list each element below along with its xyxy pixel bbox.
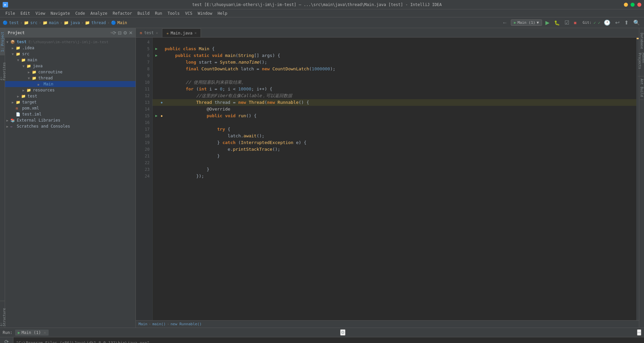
- tree-label-java: java: [33, 64, 43, 68]
- menu-navigate[interactable]: Navigate: [48, 10, 73, 16]
- tree-label-main: main: [28, 58, 37, 62]
- tree-item-thread[interactable]: ▼ 📁 thread: [5, 75, 136, 81]
- breadcrumb-main[interactable]: main: [49, 20, 59, 25]
- run-tab[interactable]: ▶ Main (1) ✕: [15, 330, 49, 336]
- editor-area: m test ✕ ☕ Main.java ✕ 4 5 6 7 8 9 10 11…: [136, 28, 639, 328]
- folder-icon-main: 📁: [43, 20, 48, 25]
- git-history-button[interactable]: 🕐: [602, 19, 612, 26]
- code-line-16: [153, 119, 636, 126]
- menu-edit[interactable]: Edit: [18, 10, 33, 16]
- collapse-button[interactable]: ⊟: [118, 30, 122, 36]
- breadcrumb-main-icon: 🔵: [111, 20, 116, 25]
- right-tab-maven[interactable]: Maven Projects: [638, 53, 644, 76]
- sidebar-tab-favorites[interactable]: 2: Favorites: [0, 55, 5, 82]
- tree-item-main-java[interactable]: ▶ ☕ Main: [5, 81, 136, 87]
- ext-libs-icon: 📚: [10, 118, 16, 123]
- toolbar-actions: ← ▶ Main (1) ▼ ▶ 🐛 ☑ ■ Git: ✓ ✓ 🕐 ↩ ⬆ 🔍: [501, 19, 641, 26]
- run-button[interactable]: ▶: [544, 19, 551, 26]
- breadcrumb: 🔵 test › 📁 src › 📁 main › 📁 java › 📁 thr…: [3, 20, 499, 25]
- menu-help[interactable]: Help: [215, 10, 230, 16]
- menu-build[interactable]: Build: [135, 10, 152, 16]
- sidebar-tab-project[interactable]: 1: Project: [0, 28, 5, 55]
- code-line-19: } catch (InterruptedException e) {: [153, 139, 636, 146]
- editor-bc-runnable[interactable]: new Runnable(): [171, 322, 202, 326]
- breadcrumb-test[interactable]: test: [9, 20, 19, 25]
- sync-button[interactable]: ⟳: [112, 30, 116, 36]
- editor-bc-main[interactable]: Main: [139, 322, 148, 326]
- tree-item-ext-libs[interactable]: ▶ 📚 External Libraries: [5, 117, 136, 123]
- run-config-label: Main (1): [518, 20, 535, 25]
- maximize-button[interactable]: [631, 3, 635, 7]
- right-tab-ant[interactable]: Ant Build: [640, 76, 644, 100]
- menu-vcs[interactable]: VCS: [182, 10, 195, 16]
- tree-item-pom[interactable]: ▶ m pom.xml: [5, 105, 136, 111]
- folder-icon-java: 📁: [64, 20, 69, 25]
- run-marker-5[interactable]: ▶: [155, 46, 161, 52]
- tree-label-thread: thread: [38, 76, 53, 80]
- xml-file-icon: m: [16, 106, 21, 111]
- breadcrumb-src[interactable]: src: [30, 20, 38, 25]
- menu-file[interactable]: File: [3, 10, 18, 16]
- folder-target-icon: 📁: [16, 100, 21, 105]
- test-tab-close[interactable]: ✕: [156, 31, 158, 35]
- minimize-button[interactable]: [624, 3, 628, 7]
- menu-refactor[interactable]: Refactor: [110, 10, 135, 16]
- right-tab-database[interactable]: Database: [640, 29, 644, 53]
- folder-idea-icon: 📁: [16, 46, 21, 50]
- editor-bc-main-method[interactable]: main(): [152, 322, 166, 326]
- run-output[interactable]: "C:\Program Files (x86)\Java\jdk1.8.0_13…: [13, 337, 644, 343]
- tree-label-pom: pom.xml: [22, 106, 39, 111]
- menu-tools[interactable]: Tools: [165, 10, 182, 16]
- code-line-9: [153, 72, 636, 79]
- run-marker-15[interactable]: ▶: [155, 113, 161, 119]
- tree-item-idea[interactable]: ▶ 📁 .idea: [5, 45, 136, 51]
- breadcrumb-thread[interactable]: thread: [91, 20, 106, 25]
- code-line-8: final CountDownLatch latch = new CountDo…: [153, 66, 636, 72]
- tree-item-conroutine[interactable]: ▶ 📁 conroutine: [5, 69, 136, 75]
- run-tab-close[interactable]: ✕: [44, 330, 46, 335]
- settings-button[interactable]: ⚙: [123, 30, 127, 36]
- run-minimize-button[interactable]: ─: [637, 329, 641, 336]
- tab-test[interactable]: m test ✕: [136, 28, 162, 37]
- back-button[interactable]: ←: [501, 19, 509, 26]
- run-config-selector[interactable]: ▶ Main (1) ▼: [511, 19, 542, 26]
- search-everywhere-button[interactable]: 🔍: [632, 19, 641, 26]
- breadcrumb-main-java[interactable]: Main: [117, 20, 127, 25]
- tree-item-main[interactable]: ▼ 📁 main: [5, 57, 136, 63]
- git-rollback-button[interactable]: ↩: [614, 19, 621, 26]
- menu-run[interactable]: Run: [152, 10, 165, 16]
- breadcrumb-java[interactable]: java: [70, 20, 80, 25]
- tab-main-java[interactable]: ☕ Main.java ✕: [162, 28, 201, 37]
- tree-item-resources[interactable]: ▶ 📁 resources: [5, 87, 136, 93]
- menu-code[interactable]: Code: [73, 10, 88, 16]
- code-line-4: [153, 39, 636, 46]
- tree-item-scratches[interactable]: ▶ ✏ Scratches and Consoles: [5, 123, 136, 129]
- debug-button[interactable]: 🐛: [553, 19, 561, 26]
- tree-item-src[interactable]: ▼ 📁 src: [5, 51, 136, 57]
- tree-item-test[interactable]: ▶ 📁 test: [5, 93, 136, 99]
- folder-test-icon: 📁: [21, 94, 26, 98]
- stop-button[interactable]: ■: [573, 19, 578, 26]
- run-settings-button[interactable]: ⚙: [340, 329, 345, 336]
- tab-test-label: test: [144, 30, 154, 35]
- git-push-button[interactable]: ⬆: [623, 19, 630, 26]
- menu-view[interactable]: View: [33, 10, 48, 16]
- coverage-button[interactable]: ☑: [563, 19, 571, 26]
- code-content[interactable]: ▶ public class Main { ▶ public static vo…: [153, 38, 636, 320]
- menu-window[interactable]: Window: [195, 10, 215, 16]
- main-java-tab-close[interactable]: ✕: [195, 31, 197, 35]
- rerun-button[interactable]: ⟳: [4, 339, 9, 343]
- tree-item-target[interactable]: ▶ 📁 target: [5, 99, 136, 105]
- menu-analyze[interactable]: Analyze: [88, 10, 110, 16]
- tree-item-root[interactable]: ▼ 📦 test E:\zhuoyuan\im-others\j-im\j-im…: [5, 39, 136, 45]
- close-button[interactable]: [637, 3, 641, 7]
- code-editor: 4 5 6 7 8 9 10 11 12 13 14 15 16 17 18 1…: [136, 38, 639, 320]
- folder-main-icon: 📁: [21, 58, 26, 62]
- run-marker-6[interactable]: ▶: [155, 52, 161, 59]
- tree-item-iml[interactable]: ▶ 📄 test.iml: [5, 111, 136, 117]
- code-line-22: [153, 159, 636, 166]
- close-panel-button[interactable]: ✕: [129, 30, 133, 36]
- module-icon: 📦: [10, 40, 16, 44]
- tree-item-java[interactable]: ▼ 📁 java: [5, 63, 136, 69]
- sidebar-tab-structure[interactable]: Z: Structure: [0, 301, 5, 328]
